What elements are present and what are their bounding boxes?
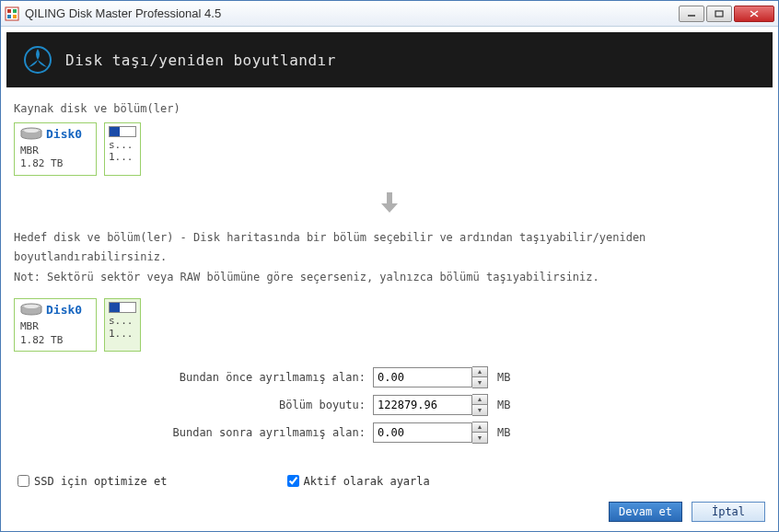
source-partition-card[interactable]: s... 1... bbox=[104, 122, 141, 176]
hdd-icon bbox=[20, 127, 42, 145]
spin-up-button[interactable]: ▲ bbox=[472, 395, 487, 405]
svg-rect-1 bbox=[7, 9, 11, 13]
partition-size-spinner: ▲▼ bbox=[373, 394, 488, 416]
target-partition-card[interactable]: s... 1... bbox=[104, 298, 141, 352]
source-disk-size: 1.82 TB bbox=[20, 157, 90, 170]
svg-rect-3 bbox=[7, 15, 11, 18]
source-disk-card[interactable]: Disk0 MBR 1.82 TB bbox=[14, 122, 97, 176]
space-after-spinner: ▲▼ bbox=[373, 422, 488, 444]
svg-rect-4 bbox=[13, 15, 17, 18]
target-disk-row: Disk0 MBR 1.82 TB s... 1... bbox=[14, 298, 765, 352]
source-disk-row: Disk0 MBR 1.82 TB s... 1... bbox=[14, 122, 765, 176]
options-row: SSD için optimize et Aktif olarak ayarla bbox=[14, 475, 765, 488]
space-before-input[interactable] bbox=[373, 367, 472, 387]
partition-size-input[interactable] bbox=[373, 395, 472, 415]
source-section-label: Kaynak disk ve bölüm(ler) bbox=[14, 102, 765, 115]
window-title: QILING Disk Master Professional 4.5 bbox=[25, 6, 679, 20]
target-disk-size: 1.82 TB bbox=[20, 334, 90, 347]
target-partition-line1: s... bbox=[109, 315, 136, 327]
page-title: Disk taşı/yeniden boyutlandır bbox=[65, 52, 336, 69]
close-button[interactable] bbox=[734, 6, 774, 22]
spin-down-button[interactable]: ▼ bbox=[472, 377, 487, 387]
propeller-logo-icon bbox=[23, 45, 52, 75]
svg-rect-2 bbox=[13, 9, 17, 13]
target-help-line1: Hedef disk ve bölüm(ler) - Disk haritası… bbox=[14, 228, 765, 268]
set-active-label: Aktif olarak ayarla bbox=[304, 475, 430, 488]
partition-usage-bar bbox=[109, 126, 136, 137]
space-before-spinner: ▲▼ bbox=[373, 366, 488, 388]
unit-label: MB bbox=[497, 371, 510, 384]
spin-down-button[interactable]: ▼ bbox=[472, 405, 487, 415]
source-partition-line2: 1... bbox=[109, 151, 136, 163]
space-after-input[interactable] bbox=[373, 422, 472, 443]
unit-label: MB bbox=[497, 399, 510, 411]
spin-up-button[interactable]: ▲ bbox=[472, 367, 487, 377]
spin-up-button[interactable]: ▲ bbox=[472, 422, 487, 433]
ssd-optimize-input[interactable] bbox=[17, 475, 29, 487]
target-disk-name: Disk0 bbox=[46, 303, 82, 317]
app-icon bbox=[5, 6, 19, 21]
minimize-button[interactable] bbox=[679, 6, 704, 22]
ssd-optimize-checkbox[interactable]: SSD için optimize et bbox=[17, 475, 168, 488]
spin-down-button[interactable]: ▼ bbox=[472, 433, 487, 443]
target-help-text: Hedef disk ve bölüm(ler) - Disk haritası… bbox=[14, 228, 765, 288]
space-before-label: Bundan önce ayrılmamış alan: bbox=[14, 371, 373, 384]
svg-point-13 bbox=[24, 305, 39, 308]
space-after-label: Bundan sonra ayrılmamış alan: bbox=[14, 426, 373, 439]
hdd-icon bbox=[20, 303, 42, 320]
page-header: Disk taşı/yeniden boyutlandır bbox=[6, 32, 773, 87]
svg-point-11 bbox=[24, 129, 39, 133]
window-controls bbox=[679, 6, 774, 22]
svg-rect-6 bbox=[715, 11, 723, 17]
footer-buttons: Devam et İptal bbox=[609, 502, 765, 522]
set-active-input[interactable] bbox=[287, 475, 299, 487]
ssd-optimize-label: SSD için optimize et bbox=[34, 475, 168, 488]
arrow-down-icon bbox=[14, 191, 765, 217]
maximize-button[interactable] bbox=[706, 6, 732, 22]
app-window: QILING Disk Master Professional 4.5 Disk… bbox=[0, 0, 779, 532]
titlebar[interactable]: QILING Disk Master Professional 4.5 bbox=[1, 1, 778, 27]
partition-usage-bar bbox=[109, 302, 136, 313]
partition-size-label: Bölüm boyutu: bbox=[14, 399, 373, 411]
source-partition-line1: s... bbox=[109, 139, 136, 151]
unit-label: MB bbox=[497, 426, 510, 439]
target-help-line2: Not: Sektörü sektör veya RAW bölümüne gö… bbox=[14, 268, 765, 288]
size-form: Bundan önce ayrılmamış alan: ▲▼ MB Bölüm… bbox=[14, 366, 765, 444]
source-disk-scheme: MBR bbox=[20, 145, 90, 157]
source-disk-name: Disk0 bbox=[46, 127, 82, 141]
continue-button[interactable]: Devam et bbox=[609, 502, 682, 522]
target-partition-line2: 1... bbox=[109, 328, 136, 340]
content-area: Kaynak disk ve bölüm(ler) Disk0 MBR 1.82… bbox=[1, 93, 778, 497]
target-disk-scheme: MBR bbox=[20, 320, 90, 333]
cancel-button[interactable]: İptal bbox=[692, 502, 765, 522]
set-active-checkbox[interactable]: Aktif olarak ayarla bbox=[287, 475, 430, 488]
target-disk-card[interactable]: Disk0 MBR 1.82 TB bbox=[14, 298, 97, 352]
